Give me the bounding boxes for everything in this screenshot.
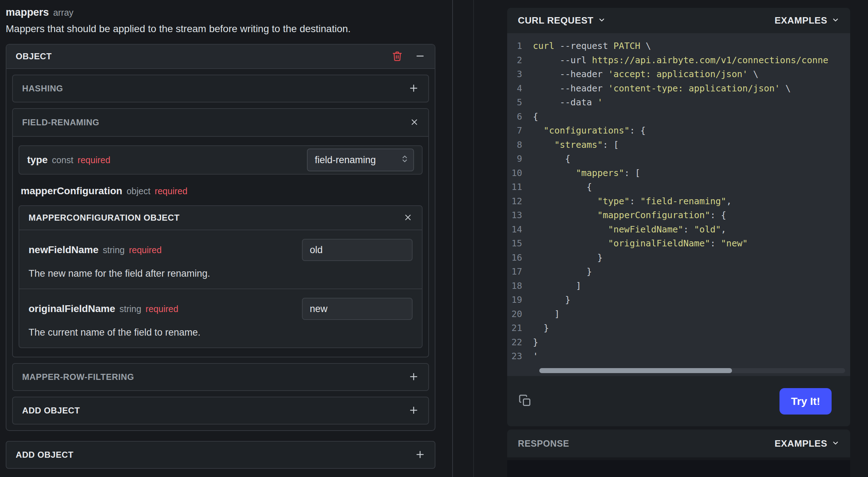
response-examples-label: EXAMPLES (774, 438, 827, 449)
add-mapper-row-filtering-button[interactable] (408, 371, 419, 383)
original-field-name-block: originalFieldName string required The cu… (19, 289, 422, 347)
add-object-row-outer[interactable]: ADD OBJECT (6, 441, 435, 469)
close-icon (403, 213, 413, 223)
mapper-configuration-card: MAPPERCONFIGURATION OBJECT newFieldName (19, 205, 423, 348)
plus-icon (408, 83, 419, 95)
mapper-row-filtering-row[interactable]: MAPPER-ROW-FILTERING (12, 363, 429, 391)
code-line: 15 "originalFieldName": "new" (507, 236, 850, 251)
field-renaming-header[interactable]: FIELD-RENAMING (13, 109, 428, 137)
code-block[interactable]: 1curl --request PATCH \2 --url https://a… (507, 33, 850, 376)
code-line: 6{ (507, 110, 850, 124)
close-mapper-configuration-button[interactable] (403, 213, 413, 223)
code-line: 20 ] (507, 307, 850, 321)
code-line: 17 } (507, 265, 850, 279)
copy-code-button[interactable] (519, 394, 531, 408)
collapse-object-button[interactable] (415, 51, 425, 62)
code-line: 9 { (507, 152, 850, 166)
curl-request-title: CURL REQUEST (518, 15, 594, 26)
curl-request-card: CURL REQUEST EXAMPLES 1curl --request PA… (507, 8, 850, 426)
try-it-button[interactable]: Try It! (779, 388, 832, 415)
type-select[interactable]: field-renaming (307, 149, 414, 171)
code-line: 21 } (507, 321, 850, 335)
add-object-row-inner[interactable]: ADD OBJECT (12, 397, 429, 425)
request-examples-label: EXAMPLES (774, 15, 827, 26)
mapper-configuration-card-title: MAPPERCONFIGURATION OBJECT (29, 213, 180, 223)
mapper-row-filtering-label: MAPPER-ROW-FILTERING (22, 372, 134, 382)
code-line: 10 "mappers": [ (507, 166, 850, 180)
curl-request-dropdown[interactable]: CURL REQUEST (518, 15, 606, 26)
type-select-value: field-renaming (315, 155, 376, 166)
mapper-configuration-kind: object (127, 186, 151, 196)
type-field-kind: const (52, 155, 74, 165)
code-line: 7 "configurations": { (507, 124, 850, 138)
new-field-name: newFieldName (29, 244, 99, 256)
chevron-down-icon (832, 439, 839, 448)
param-type-badge: array (53, 7, 74, 18)
type-field-required: required (77, 155, 110, 165)
object-card-title: OBJECT (16, 51, 380, 61)
code-line: 2 --url https://api.airbyte.com/v1/conne… (507, 53, 850, 67)
new-field-name-block: newFieldName string required The new nam… (19, 230, 422, 289)
original-field-name: originalFieldName (29, 303, 115, 315)
type-field-name: type (27, 154, 48, 166)
code-lines: 1curl --request PATCH \2 --url https://a… (507, 39, 850, 363)
response-card-header: RESPONSE EXAMPLES (507, 430, 850, 457)
new-field-required: required (129, 245, 162, 255)
code-hscrollbar-track[interactable] (539, 368, 845, 373)
add-object-outer-label: ADD OBJECT (16, 450, 74, 460)
new-field-name-input[interactable] (302, 239, 413, 261)
code-hscrollbar-thumb[interactable] (539, 368, 732, 373)
code-line: 16 } (507, 251, 850, 265)
mapper-configuration-name: mapperConfiguration (21, 185, 122, 197)
mapper-configuration-required: required (155, 186, 187, 196)
mapper-configuration-label-row: mapperConfiguration object required (21, 185, 420, 197)
minus-icon (415, 51, 425, 62)
code-line: 12 "type": "field-renaming", (507, 194, 850, 209)
code-line: 8 "streams": [ (507, 138, 850, 152)
object-card: OBJECT HASHING (6, 44, 435, 431)
chevron-down-icon (832, 16, 839, 25)
request-examples-dropdown[interactable]: EXAMPLES (774, 15, 839, 26)
code-line: 4 --header 'content-type: application/js… (507, 81, 850, 96)
field-renaming-label: FIELD-RENAMING (22, 117, 99, 127)
param-description: Mappers that should be applied to the st… (6, 23, 435, 35)
original-field-name-input[interactable] (302, 298, 413, 320)
code-line: 23' (507, 349, 850, 363)
chevrons-up-down-icon (401, 154, 408, 166)
field-renaming-body: type const required field-renaming ma (13, 137, 428, 357)
code-line: 22} (507, 335, 850, 350)
code-line: 3 --header 'accept: application/json' \ (507, 67, 850, 81)
remove-field-renaming-button[interactable] (410, 117, 419, 128)
request-preview-pane: CURL REQUEST EXAMPLES 1curl --request PA… (474, 0, 868, 477)
add-object-outer-button[interactable] (415, 449, 425, 461)
code-line: 18 ] (507, 279, 850, 293)
hashing-row[interactable]: HASHING (12, 75, 429, 102)
close-icon (410, 117, 419, 128)
code-line: 14 "newFieldName": "old", (507, 222, 850, 237)
trash-icon (392, 51, 403, 62)
curl-request-card-header: CURL REQUEST EXAMPLES (507, 8, 850, 33)
add-object-inner-label: ADD OBJECT (22, 406, 80, 416)
schema-form-pane: mappers array Mappers that should be app… (0, 0, 453, 477)
field-renaming-section: FIELD-RENAMING type const required (12, 108, 429, 357)
add-hashing-button[interactable] (408, 83, 419, 95)
plus-icon (408, 371, 419, 383)
delete-object-button[interactable] (392, 51, 403, 62)
param-name: mappers (6, 6, 49, 18)
response-examples-dropdown[interactable]: EXAMPLES (774, 438, 839, 449)
original-field-kind: string (120, 304, 141, 314)
new-field-description: The new name for the field after renamin… (29, 268, 413, 279)
code-line: 11 { (507, 180, 850, 194)
copy-icon (519, 394, 531, 408)
mapper-configuration-card-header: MAPPERCONFIGURATION OBJECT (19, 206, 422, 230)
add-object-inner-button[interactable] (408, 405, 419, 417)
new-field-kind: string (103, 245, 125, 255)
plus-icon (415, 449, 425, 461)
code-line: 1curl --request PATCH \ (507, 39, 850, 53)
response-title: RESPONSE (518, 438, 569, 449)
original-field-description: The current name of the field to rename. (29, 327, 413, 338)
code-line: 13 "mapperConfiguration": { (507, 208, 850, 222)
object-card-header: OBJECT (6, 45, 435, 69)
type-field-row: type const required field-renaming (19, 145, 423, 175)
chevron-down-icon (598, 16, 606, 25)
